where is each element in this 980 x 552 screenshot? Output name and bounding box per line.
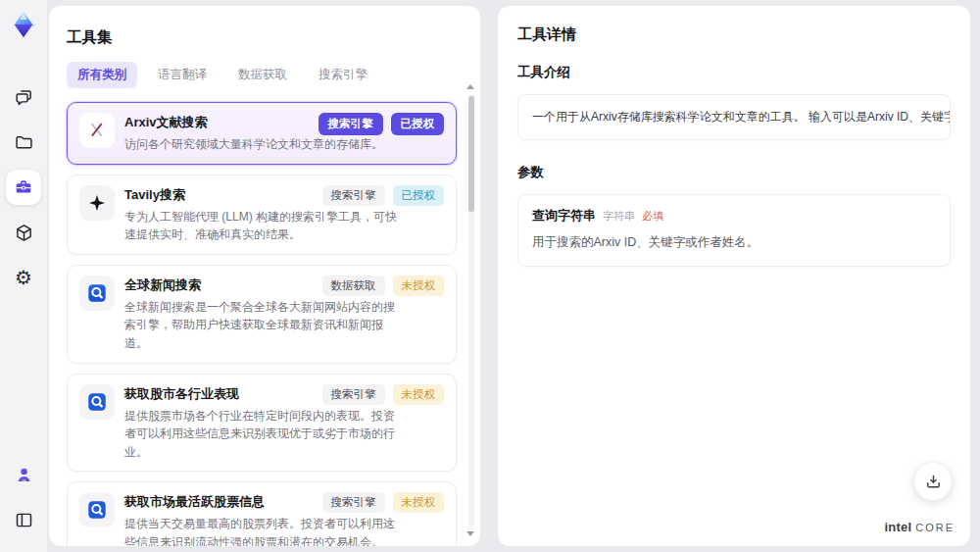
tool-card-global-news[interactable]: 全球新闻搜索 全球新闻搜索是一个聚合全球各大新闻网站内容的搜索引擎，帮助用户快速…: [67, 265, 457, 364]
tool-card-active-stocks[interactable]: 获取市场最活跃股票信息 提供当天交易量最高的股票列表。投资者可以利用这些信息来识…: [67, 481, 457, 546]
collapse-panel-icon: [14, 510, 34, 530]
sidebar: ⚙: [0, 0, 47, 552]
page-title: 工具集: [67, 27, 463, 48]
tool-icon-box: [79, 276, 115, 311]
four-point-star-icon: [87, 193, 107, 213]
user-icon: [14, 465, 34, 485]
tool-card-sector-performance[interactable]: 获取股市各行业表现 提供股票市场各个行业在特定时间段内的表现。投资者可以利用这些…: [67, 374, 457, 473]
tool-icon-box: [79, 185, 115, 221]
chat-icon: [14, 87, 34, 108]
tool-icon-box: [79, 384, 115, 420]
sidebar-item-toolbox[interactable]: [6, 170, 41, 205]
scrollbar-up-arrow-icon[interactable]: [466, 84, 474, 89]
category-badge: 搜索引擎: [322, 492, 385, 513]
category-badge: 搜索引擎: [322, 185, 385, 206]
tool-card-tavily[interactable]: Tavily搜索 专为人工智能代理 (LLM) 构建的搜索引擎工具，可快速提供实…: [67, 175, 457, 255]
settings-icon: ⚙: [15, 268, 32, 287]
tool-description: 全球新闻搜索是一个聚合全球各大新闻网站内容的搜索引擎，帮助用户快速获取全球最新资…: [124, 298, 397, 353]
params-heading: 参数: [517, 164, 951, 181]
intro-heading: 工具介绍: [517, 64, 951, 81]
intel-core-logo: intel CORE: [884, 520, 955, 534]
tab-language-translation[interactable]: 语言翻译: [147, 62, 218, 88]
blue-search-app-icon: [86, 282, 108, 304]
sidebar-item-account[interactable]: [6, 457, 41, 492]
details-title: 工具详情: [517, 25, 951, 44]
status-badge: 已授权: [391, 113, 445, 135]
tool-details-panel: 工具详情 工具介绍 一个用于从Arxiv存储库搜索科学论文和文章的工具。 输入可…: [498, 6, 970, 546]
tool-icon-box: [79, 492, 115, 527]
core-logo-text: CORE: [915, 522, 955, 533]
category-badge: 搜索引擎: [318, 113, 383, 135]
tool-description: 提供股票市场各个行业在特定时间段内的表现。投资者可以利用这些信息来识别表现优于或…: [124, 407, 397, 462]
status-badge: 未授权: [393, 492, 445, 513]
status-badge: 已授权: [393, 185, 445, 206]
category-badge: 搜索引擎: [322, 384, 385, 405]
category-badge: 数据获取: [322, 276, 385, 296]
tool-list: Arxiv文献搜索 访问各个研究领域大量科学论文和文章的存储库。 搜索引擎 已授…: [49, 100, 480, 546]
parameter-required-badge: 必填: [642, 209, 663, 224]
tool-list-panel: 工具集 所有类别 语言翻译 数据获取 搜索引擎 Arxiv文献搜索 访问各个研究…: [49, 6, 480, 546]
sidebar-item-packages[interactable]: [6, 215, 41, 250]
parameter-type: 字符串: [603, 209, 635, 224]
tool-card-arxiv[interactable]: Arxiv文献搜索 访问各个研究领域大量科学论文和文章的存储库。 搜索引擎 已授…: [67, 102, 457, 165]
tab-search-engine[interactable]: 搜索引擎: [308, 62, 378, 88]
parameter-card: 查询字符串 字符串 必填 用于搜索的Arxiv ID、关键字或作者姓名。: [517, 194, 951, 267]
folder-icon: [14, 132, 34, 153]
parameter-description: 用于搜索的Arxiv ID、关键字或作者姓名。: [532, 233, 936, 252]
tool-icon-box: [79, 113, 115, 148]
sidebar-item-files[interactable]: [6, 125, 41, 160]
category-tabs: 所有类别 语言翻译 数据获取 搜索引擎: [67, 62, 463, 88]
toolbox-icon: [13, 176, 34, 198]
cube-icon: [14, 223, 34, 243]
blue-search-app-icon: [86, 499, 108, 521]
scrollbar-thumb[interactable]: [468, 96, 474, 212]
sidebar-item-settings[interactable]: ⚙: [6, 260, 41, 295]
scrollbar-down-arrow-icon[interactable]: [466, 531, 474, 536]
sidebar-item-chat[interactable]: [6, 79, 41, 115]
arxiv-icon: [87, 121, 107, 140]
scrollbar-track[interactable]: [468, 94, 474, 527]
download-icon: [924, 473, 943, 491]
download-button[interactable]: [913, 462, 953, 501]
status-badge: 未授权: [393, 276, 445, 296]
tool-description: 提供当天交易量最高的股票列表。投资者可以利用这些信息来识别流动性强的股票和潜在的…: [124, 515, 397, 546]
tool-description: 访问各个研究领域大量科学论文和文章的存储库。: [124, 135, 383, 154]
gem-logo-icon: [9, 10, 38, 39]
blue-search-app-icon: [86, 391, 108, 413]
status-badge: 未授权: [393, 384, 445, 405]
parameter-name: 查询字符串: [532, 207, 596, 225]
tab-all-categories[interactable]: 所有类别: [67, 62, 137, 88]
sidebar-collapse-button[interactable]: [6, 502, 41, 537]
app-logo[interactable]: [7, 8, 40, 41]
tool-description: 专为人工智能代理 (LLM) 构建的搜索引擎工具，可快速提供实时、准确和真实的结…: [124, 208, 397, 244]
tab-data-fetch[interactable]: 数据获取: [227, 62, 298, 88]
intel-logo-text: intel: [884, 520, 911, 534]
tool-intro-card: 一个用于从Arxiv存储库搜索科学论文和文章的工具。 输入可以是Arxiv ID…: [517, 94, 951, 140]
